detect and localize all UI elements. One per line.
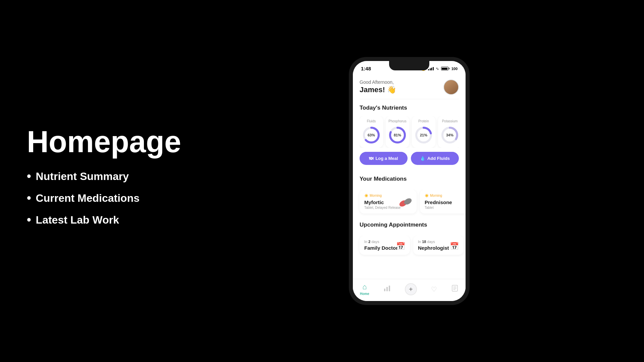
signal-icon	[428, 67, 434, 70]
calendar-icon: 📅	[396, 242, 405, 251]
log-meal-button[interactable]: 🍽 Log a Meal	[360, 152, 408, 165]
nutrient-protein-label: Protein	[418, 119, 429, 123]
nutrient-protein-pct: 21%	[420, 133, 427, 137]
med-prednisone-name: Prednisone	[425, 199, 466, 205]
nav-stats[interactable]	[383, 285, 391, 294]
svg-rect-11	[386, 287, 388, 291]
nutrients-section: Today's Nutrients Fluids	[353, 99, 466, 150]
wifi-icon: ∿	[436, 66, 439, 71]
nutrient-potassium-label: Potassium	[442, 119, 458, 123]
add-fluids-icon: 💧	[420, 156, 425, 161]
nutrient-potassium[interactable]: Potassium 34%	[438, 116, 459, 148]
nutrient-protein[interactable]: Protein 21%	[412, 116, 435, 148]
plus-icon: +	[409, 286, 413, 293]
svg-rect-10	[384, 289, 385, 291]
nutrient-phosphorus-donut: 81%	[388, 126, 407, 144]
page-title: Homepage	[27, 127, 154, 157]
battery-icon	[441, 67, 449, 70]
appointments-title: Upcoming Appointments	[360, 222, 459, 228]
add-button[interactable]: +	[405, 283, 417, 295]
nutrient-fluids-pct: 63%	[368, 133, 375, 137]
notes-icon	[451, 285, 459, 294]
appt-nephrologist[interactable]: In 18 days Nephrologist 📅	[413, 236, 464, 255]
add-fluids-label: Add Fluids	[427, 156, 450, 161]
notch	[389, 61, 429, 70]
avatar-image	[444, 80, 458, 94]
nutrient-protein-donut: 21%	[414, 126, 433, 144]
nutrient-phosphorus-pct: 81%	[394, 133, 401, 137]
status-time: 1:48	[361, 66, 371, 71]
nav-health[interactable]: ♡	[431, 285, 437, 293]
appointments-section: Upcoming Appointments	[353, 216, 466, 236]
heart-icon: ♡	[431, 285, 437, 293]
log-meal-icon: 🍽	[369, 156, 373, 161]
nutrient-phosphorus[interactable]: Phosphorus 81%	[386, 116, 409, 148]
sun-icon: ☀️	[364, 194, 368, 197]
svg-rect-12	[389, 286, 390, 291]
main-scroll[interactable]: Today's Nutrients Fluids	[353, 99, 466, 279]
screen-content: Good Afternoon, James! 👋 Today's Nutrien…	[353, 74, 466, 301]
nutrients-grid: Fluids 63%	[360, 116, 459, 148]
appt-family-doctor[interactable]: In 2 days Family Doctor 📅	[360, 236, 410, 255]
nav-home-label: Home	[360, 292, 369, 296]
phone-frame: 1:48 🌙 ∿ 1	[349, 57, 470, 305]
feature-list: Nutrient Summary Current Medications Lat…	[27, 170, 154, 226]
battery-level: 100	[451, 67, 458, 71]
medications-scroll: ☀️ Morning Myfortic Tablet, Delayed Rele…	[353, 190, 466, 216]
greeting-name: James! 👋	[360, 85, 396, 94]
add-fluids-button[interactable]: 💧 Add Fluids	[411, 152, 459, 165]
med-myfortic[interactable]: ☀️ Morning Myfortic Tablet, Delayed Rele…	[360, 190, 417, 214]
nutrient-fluids-donut: 63%	[362, 126, 381, 144]
med-prednisone[interactable]: ☀️ Morning Prednisone Tablet	[420, 190, 466, 214]
bottom-nav: ⌂ Home +	[353, 279, 466, 301]
pill-icon	[398, 196, 413, 210]
greeting-block: Good Afternoon, James! 👋	[360, 79, 396, 94]
med-prednisone-type: Tablet	[425, 206, 466, 209]
home-icon: ⌂	[362, 283, 367, 291]
nav-add[interactable]: +	[405, 283, 417, 295]
nutrient-potassium-pct: 34%	[446, 133, 453, 137]
nav-home[interactable]: ⌂ Home	[360, 283, 369, 296]
log-meal-label: Log a Meal	[375, 156, 398, 161]
action-buttons: 🍽 Log a Meal 💧 Add Fluids	[353, 150, 466, 170]
nutrients-title: Today's Nutrients	[360, 105, 459, 111]
calendar-icon-2: 📅	[450, 242, 459, 251]
avatar[interactable]	[443, 79, 459, 95]
left-panel: Homepage Nutrient Summary Current Medica…	[0, 107, 174, 256]
phone-wrapper: 1:48 🌙 ∿ 1	[174, 57, 644, 305]
feature-item-2: Current Medications	[27, 192, 154, 204]
med-prednisone-time: ☀️ Morning	[425, 194, 466, 197]
nutrient-potassium-donut: 34%	[440, 126, 459, 144]
nutrient-fluids[interactable]: Fluids 63%	[360, 116, 383, 148]
medications-section: Your Medications	[353, 170, 466, 190]
medications-title: Your Medications	[360, 176, 459, 182]
phone-screen: 1:48 🌙 ∿ 1	[353, 61, 466, 301]
sun-icon-2: ☀️	[425, 194, 429, 197]
feature-item-1: Nutrient Summary	[27, 170, 154, 183]
feature-item-3: Latest Lab Work	[27, 214, 154, 226]
nutrient-fluids-label: Fluids	[367, 119, 376, 123]
app-header: Good Afternoon, James! 👋	[353, 74, 466, 99]
greeting-text: Good Afternoon,	[360, 79, 396, 85]
nutrient-phosphorus-label: Phosphorus	[388, 119, 406, 123]
appointments-scroll: In 2 days Family Doctor 📅 In 18 days Nep…	[353, 236, 466, 260]
nav-notes[interactable]	[451, 285, 459, 294]
stats-icon	[383, 285, 391, 294]
